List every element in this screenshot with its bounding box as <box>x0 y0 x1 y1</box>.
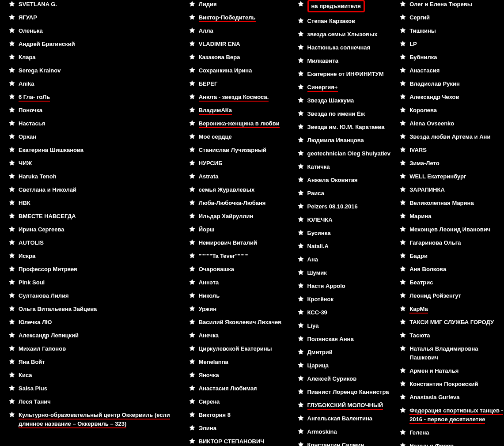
list-item[interactable]: ГЛУБОКСКИЙ МОЛОЧНЫЙ <box>297 401 396 410</box>
list-item[interactable]: Мехонцев Леонид Иванович <box>399 225 504 234</box>
list-item[interactable]: Александр Лепицкий <box>8 331 185 340</box>
list-item[interactable]: БЕРЕГ <box>188 79 293 88</box>
list-item[interactable]: Вероника-женщина в любви <box>188 119 293 128</box>
list-item[interactable]: LP <box>399 40 504 49</box>
list-item[interactable]: Anika <box>8 79 185 88</box>
list-item[interactable]: Милкавита <box>297 57 396 65</box>
list-item[interactable]: звезда семьи Хлызовых <box>297 30 396 39</box>
list-item[interactable]: Йорш <box>188 225 293 234</box>
list-item[interactable]: семья Журавлевых <box>188 185 293 194</box>
list-item[interactable]: ТАКСИ МИГ СЛУЖБА ГОРОДУ <box>399 318 504 327</box>
list-item[interactable]: Царица <box>297 361 396 370</box>
list-item[interactable]: Armoskina <box>297 427 396 436</box>
list-item[interactable]: Аннэта <box>188 278 293 287</box>
list-item[interactable]: Наталья Владимировна Пашкевич <box>399 344 504 362</box>
list-item[interactable]: Haruka Tenoh <box>8 172 185 181</box>
list-item[interactable]: Яна Войт <box>8 358 185 367</box>
list-item[interactable]: Профессор Митряев <box>8 265 185 274</box>
list-item[interactable]: НУРСИБ <box>188 159 293 168</box>
list-item[interactable]: Гагаринова Ольга <box>399 238 504 247</box>
list-item[interactable]: Яночка <box>188 371 293 380</box>
list-item[interactable]: Армен и Наталья <box>399 367 504 375</box>
list-item[interactable]: Екатерине от ИНФИНИТУМ <box>297 70 396 79</box>
list-item[interactable]: Искра <box>8 252 185 261</box>
list-item[interactable]: Моё сердце <box>188 132 293 141</box>
list-item[interactable]: IVARS <box>399 146 504 155</box>
list-item[interactable]: Олег и Елена Тюревы <box>399 0 504 9</box>
list-item[interactable]: Наталья Форер <box>399 442 504 446</box>
list-item[interactable]: Алексей Суриков <box>297 374 396 383</box>
list-item[interactable]: 6 Гла- гоЛь <box>8 93 185 102</box>
list-item[interactable]: на предъявителя <box>297 0 396 12</box>
list-item[interactable]: Настюнька солнечная <box>297 43 396 52</box>
list-item[interactable]: Казакова Вера <box>188 53 293 62</box>
list-item[interactable]: Василий Яковлевич Лихачев <box>188 318 293 327</box>
list-item[interactable]: Ирина Сергеева <box>8 225 185 234</box>
list-item[interactable]: Звезда Шаккума <box>297 96 396 105</box>
list-item[interactable]: Сирена <box>188 397 293 406</box>
list-item[interactable]: Дмитрий <box>297 348 396 357</box>
list-item[interactable]: Леся Танич <box>8 397 185 406</box>
list-item[interactable]: Настя Appolo <box>297 282 396 291</box>
list-item[interactable]: Михаил Гапонов <box>8 344 185 353</box>
list-item[interactable]: Шумик <box>297 268 396 277</box>
list-item[interactable]: Киса <box>8 371 185 380</box>
list-item[interactable]: Анастасия <box>399 66 504 75</box>
list-item[interactable]: Клара <box>8 53 185 62</box>
list-item[interactable]: Настасья <box>8 119 185 128</box>
list-item[interactable]: geotechnician Oleg Shulyatiev <box>297 149 396 158</box>
list-item[interactable]: Анастасия Любимая <box>188 384 293 393</box>
list-item[interactable]: Pink Soul <box>8 278 185 287</box>
list-item[interactable]: Тасюта <box>399 331 504 340</box>
list-item[interactable]: Великолепная Марина <box>399 199 504 208</box>
list-item[interactable]: Ольга Витальевна Зайцева <box>8 305 185 314</box>
list-item[interactable]: Юлечка ЛЮ <box>8 318 185 327</box>
list-item[interactable]: Лидия <box>188 0 293 9</box>
list-item[interactable]: Марина <box>399 212 504 221</box>
list-item[interactable]: Ильдар Хайруллин <box>188 212 293 221</box>
list-item[interactable]: Уржин <box>188 305 293 314</box>
list-item[interactable]: Liya <box>297 321 396 330</box>
list-item[interactable]: Alena Ovseenko <box>399 119 504 128</box>
list-item[interactable]: ЮЛЕЧКА <box>297 215 396 224</box>
list-item[interactable]: Ана <box>297 255 396 264</box>
list-item[interactable]: Полянская Анна <box>297 335 396 344</box>
list-item[interactable]: Владислав Рукин <box>399 79 504 88</box>
list-item[interactable]: Anastasia Gurieva <box>399 393 504 402</box>
list-item[interactable]: Ангельская Валентина <box>297 414 396 423</box>
list-item[interactable]: Светлана и Николай <box>8 185 185 194</box>
list-item[interactable]: Natali.A <box>297 242 396 251</box>
list-item[interactable]: НВК <box>8 199 185 208</box>
list-item[interactable]: VLADIMIR ENA <box>188 40 293 49</box>
list-item[interactable]: ЯГУАР <box>8 13 185 22</box>
list-item[interactable]: Кротёнок <box>297 295 396 304</box>
list-item[interactable]: Люба-Любочка-Любаня <box>188 199 293 208</box>
list-item[interactable]: Андрей Брагинский <box>8 40 185 49</box>
list-item[interactable]: Анюта - звезда Космоса. <box>188 93 293 102</box>
list-item[interactable]: Бусинка <box>297 229 396 238</box>
list-item[interactable]: Степан Карзаков <box>297 17 396 26</box>
list-item[interactable]: Николь <box>188 291 293 300</box>
list-item[interactable]: WELL Екатеринбург <box>399 172 504 181</box>
list-item[interactable]: Султанова Лилия <box>8 291 185 300</box>
list-item[interactable]: Людмила Иванцова <box>297 136 396 145</box>
list-item[interactable]: Анечка <box>188 331 293 340</box>
list-item[interactable]: Сохранкина Ирина <box>188 66 293 75</box>
list-item[interactable]: Звезда по имени Ёж <box>297 110 396 118</box>
list-item[interactable]: Алла <box>188 26 293 35</box>
list-item[interactable]: КСС-39 <box>297 308 396 317</box>
list-item[interactable]: Циркулевской Екатерины <box>188 344 293 353</box>
list-item[interactable]: Astrata <box>188 172 293 181</box>
list-item[interactable]: ВМЕСТЕ НАВСЕГДА <box>8 212 185 221</box>
list-item[interactable]: ВладимАКа <box>188 106 293 115</box>
list-item[interactable]: ВИКТОР СТЕПАНОВИЧ ШКАРОВСКИЙ <box>188 437 293 446</box>
list-item[interactable]: ЗАРАПИНКА <box>399 185 504 194</box>
list-item[interactable]: Культурно-образовательный центр Оккервил… <box>8 411 185 428</box>
list-item[interactable]: Сергий <box>399 13 504 22</box>
list-item[interactable]: Тишкины <box>399 26 504 35</box>
list-item[interactable]: Звезда любви Артема и Ани <box>399 132 504 141</box>
list-item[interactable]: Константин Покровский <box>399 380 504 389</box>
list-item[interactable]: Королева <box>399 106 504 115</box>
list-item[interactable]: Бубнилка <box>399 53 504 62</box>
list-item[interactable]: Оленька <box>8 26 185 35</box>
